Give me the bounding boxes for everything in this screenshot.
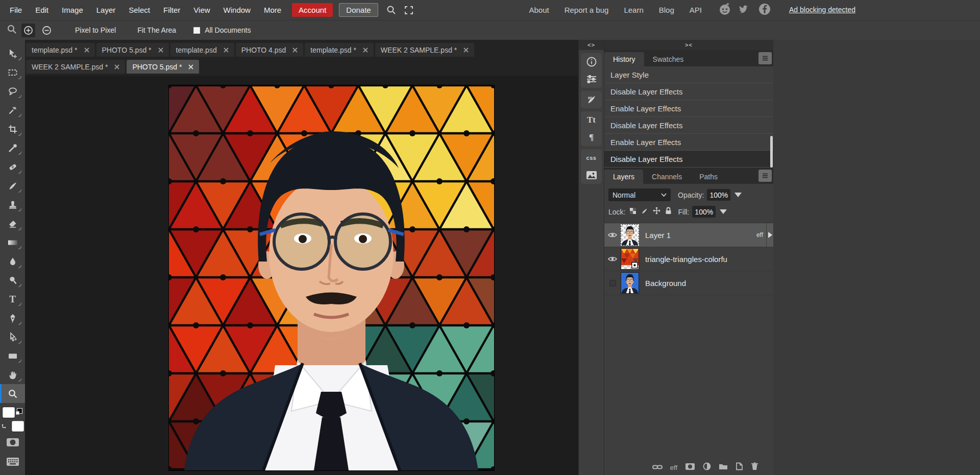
- history-entry[interactable]: Disable Layer Effects: [604, 117, 773, 134]
- history-entry-selected[interactable]: Disable Layer Effects: [604, 151, 773, 168]
- history-entry[interactable]: Layer Style: [604, 66, 773, 83]
- lock-pixels-icon[interactable]: [641, 207, 648, 217]
- tab-paths[interactable]: Paths: [691, 170, 726, 184]
- pen-tool[interactable]: [0, 308, 25, 327]
- tab-layers[interactable]: Layers: [604, 170, 643, 184]
- new-group-icon[interactable]: [719, 463, 728, 472]
- brush-panel-icon[interactable]: [581, 91, 602, 108]
- layer-name[interactable]: triangle-triangles-colorfu: [645, 255, 773, 264]
- fill-slider-icon[interactable]: [720, 209, 727, 214]
- fit-the-area-button[interactable]: Fit The Area: [137, 26, 176, 34]
- donate-button[interactable]: Donate: [339, 3, 378, 17]
- close-icon[interactable]: [84, 48, 89, 53]
- menu-edit[interactable]: Edit: [29, 6, 55, 14]
- crop-tool[interactable]: [0, 120, 25, 138]
- menu-filter[interactable]: Filter: [157, 6, 187, 14]
- close-icon[interactable]: [158, 48, 163, 53]
- tab-history[interactable]: History: [604, 52, 644, 66]
- layer-name[interactable]: Background: [645, 279, 773, 288]
- close-icon[interactable]: [463, 48, 469, 53]
- add-mask-icon[interactable]: [685, 463, 695, 472]
- lock-all-icon[interactable]: [665, 207, 672, 217]
- tab-week-2-sample-psd-1[interactable]: WEEK 2 SAMPLE.psd *: [375, 43, 474, 57]
- color-swatches[interactable]: [2, 407, 24, 432]
- effects-expand-arrow[interactable]: [766, 223, 773, 247]
- layer-row-layer-1[interactable]: Layer 1 eff: [604, 223, 773, 247]
- link-blog[interactable]: Blog: [659, 6, 674, 14]
- lasso-tool[interactable]: [0, 82, 25, 101]
- history-entry[interactable]: Enable Layer Effects: [604, 134, 773, 151]
- layer-thumbnail[interactable]: [621, 272, 639, 294]
- close-icon[interactable]: [188, 64, 193, 69]
- zoom-out-button[interactable]: [40, 23, 54, 37]
- tab-swatches[interactable]: Swatches: [644, 52, 693, 66]
- history-entry[interactable]: Enable Layer Effects: [604, 100, 773, 117]
- layer-thumbnail[interactable]: [621, 224, 639, 246]
- lock-transparency-icon[interactable]: [629, 207, 636, 217]
- foreground-color-swatch[interactable]: [3, 407, 15, 418]
- tab-photo-5-psd-active[interactable]: PHOTO 5.psd *: [127, 60, 199, 74]
- css-panel-icon[interactable]: css: [581, 149, 602, 167]
- link-layers-icon[interactable]: [652, 463, 663, 472]
- eraser-tool[interactable]: [0, 214, 25, 233]
- layer-row-background[interactable]: Background: [604, 271, 773, 295]
- rectangle-tool[interactable]: [0, 346, 25, 365]
- menu-view[interactable]: View: [187, 6, 216, 14]
- close-icon[interactable]: [292, 48, 298, 53]
- menu-window[interactable]: Window: [217, 6, 257, 14]
- layer-row-triangles[interactable]: triangle-triangles-colorfu: [604, 247, 773, 271]
- adjustments-panel-icon[interactable]: [581, 70, 602, 88]
- collapse-left-handle[interactable]: <>: [579, 40, 604, 50]
- close-icon[interactable]: [224, 48, 229, 53]
- brush-tool[interactable]: [0, 176, 25, 195]
- visibility-eye-icon[interactable]: [604, 256, 621, 262]
- lock-position-icon[interactable]: [653, 207, 660, 217]
- image-panel-icon[interactable]: [581, 167, 602, 184]
- tab-template-psd-2[interactable]: template.psd: [170, 43, 234, 57]
- zoom-in-button[interactable]: [21, 23, 35, 37]
- tab-week-2-sample-psd-2[interactable]: WEEK 2 SAMPLE.psd *: [26, 60, 125, 74]
- hand-tool[interactable]: [0, 365, 25, 384]
- spot-heal-tool[interactable]: [0, 157, 25, 176]
- tab-template-psd-1[interactable]: template.psd *: [26, 43, 95, 57]
- menu-file[interactable]: File: [3, 6, 29, 14]
- visibility-checkbox-unchecked[interactable]: [604, 280, 621, 287]
- facebook-icon[interactable]: [758, 3, 771, 18]
- dodge-tool[interactable]: [0, 271, 25, 290]
- visibility-eye-icon[interactable]: [604, 232, 621, 238]
- layers-menu-icon[interactable]: [758, 170, 772, 182]
- gradient-tool[interactable]: [0, 233, 25, 252]
- info-panel-icon[interactable]: [581, 53, 602, 70]
- fill-value[interactable]: 100%: [692, 206, 716, 218]
- link-about[interactable]: About: [529, 6, 549, 14]
- new-layer-icon[interactable]: [736, 462, 743, 472]
- canvas-image[interactable]: [169, 85, 494, 470]
- canvas-area[interactable]: [25, 76, 578, 475]
- layer-effects-badge[interactable]: eff: [756, 231, 763, 239]
- layer-thumbnail[interactable]: [621, 248, 639, 270]
- blur-tool[interactable]: [0, 252, 25, 271]
- zoom-tool[interactable]: [0, 384, 25, 403]
- delete-layer-icon[interactable]: [751, 462, 758, 472]
- menu-image[interactable]: Image: [55, 6, 90, 14]
- link-api[interactable]: API: [690, 6, 702, 14]
- eyedropper-tool[interactable]: [0, 138, 25, 157]
- search-icon[interactable]: [386, 5, 396, 15]
- magic-wand-tool[interactable]: [0, 101, 25, 120]
- tab-template-psd-3[interactable]: template.psd *: [305, 43, 374, 57]
- close-icon[interactable]: [114, 64, 119, 69]
- clone-stamp-tool[interactable]: [0, 195, 25, 214]
- pixel-to-pixel-button[interactable]: Pixel to Pixel: [75, 26, 116, 34]
- twitter-icon[interactable]: [738, 3, 751, 18]
- menu-more[interactable]: More: [257, 6, 288, 14]
- menu-layer[interactable]: Layer: [90, 6, 122, 14]
- keyboard-shortcuts-icon[interactable]: [0, 453, 25, 470]
- history-entry[interactable]: Disable Layer Effects: [604, 83, 773, 100]
- link-report-a-bug[interactable]: Report a bug: [565, 6, 609, 14]
- reddit-icon[interactable]: [718, 3, 731, 18]
- account-button[interactable]: Account: [292, 3, 333, 17]
- tab-channels[interactable]: Channels: [643, 170, 691, 184]
- blend-mode-select[interactable]: Normal: [608, 188, 671, 201]
- move-tool[interactable]: [0, 44, 25, 63]
- close-icon[interactable]: [363, 48, 368, 53]
